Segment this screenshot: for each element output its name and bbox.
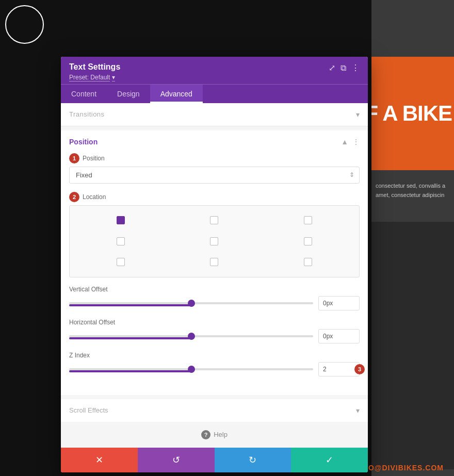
tab-content[interactable]: Content (61, 85, 107, 103)
vertical-offset-track[interactable] (69, 302, 313, 304)
fullscreen-icon[interactable]: ⤢ (329, 64, 335, 72)
grid-cell-0-1[interactable] (168, 210, 262, 231)
grid-checkbox-0-2[interactable] (304, 216, 312, 224)
position-section-header: Position ▲ ⋮ (69, 138, 360, 146)
modal-header: Text Settings Preset: Default ▾ ⤢ ⧉ ⋮ (61, 57, 368, 84)
modal-title-group: Text Settings Preset: Default ▾ (69, 62, 329, 81)
help-label: Help (214, 431, 228, 438)
position-select[interactable]: Fixed Default Absolute Relative (69, 167, 360, 184)
grid-checkbox-2-1[interactable] (210, 258, 218, 266)
vertical-offset-slider-inner (69, 296, 360, 310)
tab-design[interactable]: Design (107, 85, 150, 103)
position-select-wrapper: Fixed Default Absolute Relative ⇕ (69, 167, 360, 184)
bg-orange-text: OF A BIKE (371, 101, 454, 126)
modal-header-icons: ⤢ ⧉ ⋮ (329, 62, 360, 72)
z-index-track[interactable] (69, 368, 313, 370)
grid-cell-2-2[interactable] (261, 252, 355, 273)
z-index-row: Z Index 3 (69, 352, 360, 376)
location-field-label: 2 Location (69, 192, 360, 202)
z-index-thumb[interactable] (188, 366, 195, 373)
location-badge: 2 (69, 192, 79, 202)
transitions-section-header[interactable]: Transitions ▾ (61, 103, 368, 126)
grid-cell-0-2[interactable] (261, 210, 355, 231)
position-section: Position ▲ ⋮ 1 Position Fixed Default Ab… (61, 130, 368, 395)
transitions-chevron: ▾ (356, 110, 360, 119)
save-button[interactable]: ✓ (291, 448, 368, 472)
z-index-fill (69, 370, 191, 372)
z-index-value[interactable] (318, 362, 360, 376)
vertical-offset-fill (69, 304, 191, 306)
horizontal-offset-thumb[interactable] (188, 333, 195, 340)
modal-preset[interactable]: Preset: Default ▾ (69, 74, 329, 81)
z-index-value-wrap: 3 (318, 362, 360, 376)
horizontal-offset-value[interactable] (318, 329, 360, 343)
position-section-title: Position (69, 138, 98, 146)
scroll-effects-section[interactable]: Scroll Effects ▾ (61, 399, 368, 422)
horizontal-offset-fill (69, 337, 191, 339)
more-icon[interactable]: ⋮ (351, 64, 360, 72)
grid-cell-1-1[interactable] (168, 231, 262, 252)
modal-title: Text Settings (69, 62, 329, 73)
z-index-label: Z Index (69, 352, 360, 359)
z-index-slider-inner: 3 (69, 362, 360, 376)
grid-cell-2-1[interactable] (168, 252, 262, 273)
horizontal-offset-track[interactable] (69, 335, 313, 337)
grid-checkbox-1-2[interactable] (304, 237, 312, 245)
location-grid[interactable] (69, 205, 360, 277)
modal-body: Transitions ▾ Position ▲ ⋮ 1 Position Fi… (61, 103, 368, 448)
horizontal-offset-label: Horizontal Offset (69, 319, 360, 326)
vertical-offset-value[interactable] (318, 296, 360, 310)
bg-gear-block (371, 222, 454, 469)
tab-advanced[interactable]: Advanced (150, 85, 203, 103)
grid-checkbox-0-1[interactable] (210, 216, 218, 224)
grid-checkbox-0-0[interactable] (117, 216, 125, 224)
position-collapse-icon[interactable]: ▲ (341, 138, 348, 146)
bg-orange-block: OF A BIKE (371, 57, 454, 170)
vertical-offset-row: Vertical Offset (69, 286, 360, 310)
modal-footer: ✕ ↺ ↻ ✓ (61, 448, 368, 472)
reset-button[interactable]: ↺ (138, 448, 215, 472)
cancel-button[interactable]: ✕ (61, 448, 138, 472)
scroll-effects-title: Scroll Effects (69, 406, 108, 414)
position-field-label: 1 Position (69, 153, 360, 163)
transitions-title: Transitions (69, 110, 105, 118)
bg-text-block: consectetur sed, convallis a amet, conse… (371, 175, 454, 206)
z-index-badge: 3 (354, 364, 365, 374)
position-badge: 1 (69, 153, 79, 163)
grid-checkbox-2-2[interactable] (304, 258, 312, 266)
grid-cell-1-2[interactable] (261, 231, 355, 252)
text-settings-modal: Text Settings Preset: Default ▾ ⤢ ⧉ ⋮ Co… (61, 57, 368, 472)
modal-tabs: Content Design Advanced (61, 84, 368, 103)
scroll-effects-chevron: ▾ (356, 406, 360, 415)
grid-cell-0-0[interactable] (74, 210, 168, 231)
bg-right-panel: OF A BIKE consectetur sed, convallis a a… (371, 0, 454, 476)
help-row[interactable]: ? Help (61, 422, 368, 448)
grid-checkbox-2-0[interactable] (117, 258, 125, 266)
columns-icon[interactable]: ⧉ (340, 64, 346, 72)
vertical-offset-label: Vertical Offset (69, 286, 360, 293)
help-icon: ? (201, 430, 210, 439)
grid-cell-1-0[interactable] (74, 231, 168, 252)
bg-circle-decoration (5, 5, 44, 44)
grid-cell-2-0[interactable] (74, 252, 168, 273)
position-more-icon[interactable]: ⋮ (352, 138, 360, 146)
grid-checkbox-1-0[interactable] (117, 237, 125, 245)
redo-button[interactable]: ↻ (215, 448, 291, 472)
grid-checkbox-1-1[interactable] (210, 237, 218, 245)
vertical-offset-thumb[interactable] (188, 300, 195, 307)
position-section-icons: ▲ ⋮ (341, 138, 360, 146)
horizontal-offset-slider-inner (69, 329, 360, 343)
horizontal-offset-row: Horizontal Offset (69, 319, 360, 343)
